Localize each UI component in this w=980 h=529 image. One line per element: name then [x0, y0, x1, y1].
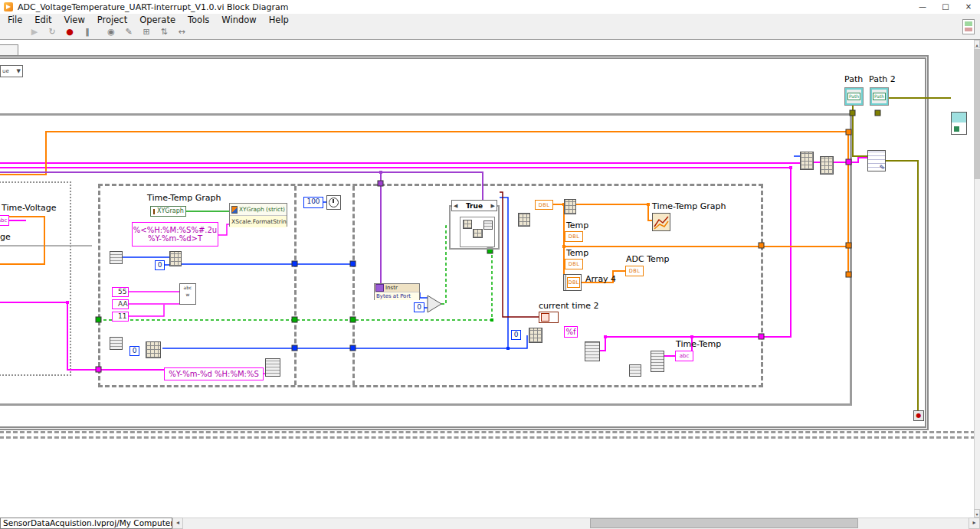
- window-title: ADC_VoltageTemperature_UART-interrupt_V1…: [18, 2, 289, 12]
- current-time-2-terminal[interactable]: [539, 312, 559, 323]
- wire-timestamp[interactable]: [500, 192, 539, 317]
- bundle-node-b[interactable]: [564, 199, 576, 214]
- clock-face: [329, 198, 339, 207]
- pause-icon[interactable]: ‖: [82, 27, 93, 38]
- bundle-node-d[interactable]: [820, 156, 834, 175]
- block-diagram-canvas[interactable]: ue ▼: [0, 40, 974, 518]
- wire-bool-selector[interactable]: [441, 226, 449, 304]
- align-objects-icon[interactable]: ⊞: [141, 27, 152, 38]
- hex-constant-55[interactable]: 55: [112, 287, 129, 297]
- time-format-constant[interactable]: %<%H:%M:%S%#.2u %Y-%m-%d>T: [132, 222, 218, 247]
- menu-view[interactable]: View: [58, 15, 91, 25]
- xygraph-reference[interactable]: XYGraph: [150, 206, 186, 217]
- adc-temp-terminal[interactable]: DBL: [625, 266, 644, 276]
- path2-control[interactable]: Path: [870, 87, 889, 106]
- wire-string-left[interactable]: [0, 302, 164, 370]
- dbl-terminal-top[interactable]: DBL: [535, 200, 553, 210]
- clipped-file-node[interactable]: [951, 112, 967, 135]
- numeric-constant-0d[interactable]: 0: [511, 330, 521, 340]
- property-item-row[interactable]: XScale.FormatString: [230, 215, 287, 227]
- menu-tools[interactable]: Tools: [182, 15, 215, 25]
- temp-terminal-1[interactable]: DBL: [565, 231, 583, 242]
- close-button[interactable]: ×: [957, 0, 980, 14]
- wait-ms-constant[interactable]: 100: [303, 197, 323, 208]
- menu-operate[interactable]: Operate: [133, 15, 182, 25]
- visa-class-row: Instr: [375, 284, 419, 292]
- property-small-icon[interactable]: [110, 251, 123, 264]
- numeric-constant-0a[interactable]: 0: [155, 260, 165, 270]
- write-text-file-icon[interactable]: ✎: [867, 150, 886, 171]
- menu-window[interactable]: Window: [215, 15, 262, 25]
- wire-string-hex[interactable]: [129, 292, 179, 316]
- temp-label-1: Temp: [566, 221, 588, 230]
- nested-icon-2[interactable]: [473, 229, 483, 238]
- project-context[interactable]: SensorDataAcquistion.lvproj/My Computer: [0, 518, 172, 529]
- index-array-icon-c[interactable]: [529, 328, 542, 343]
- bundle-node-c[interactable]: [800, 152, 814, 170]
- distribute-objects-icon[interactable]: ⇅: [159, 27, 169, 38]
- vertical-scrollbar-thumb[interactable]: [974, 49, 980, 179]
- comparison-node[interactable]: [428, 296, 441, 312]
- wire-string-format-to-property[interactable]: [218, 224, 229, 235]
- visa-write-icon[interactable]: abc w: [179, 283, 196, 305]
- run-continuous-icon[interactable]: ↻: [47, 27, 57, 38]
- scroll-right-button[interactable]: ▸: [969, 518, 980, 529]
- float-format-constant[interactable]: %f: [564, 326, 578, 338]
- string-length-icon[interactable]: [110, 337, 123, 350]
- property-class-row[interactable]: XYGraph (strict): [230, 204, 287, 215]
- wire-visa-main[interactable]: [0, 172, 483, 205]
- numeric-constant-0c[interactable]: 0: [414, 302, 424, 312]
- bundle-node-a[interactable]: [169, 251, 182, 266]
- minimize-button[interactable]: —: [911, 0, 934, 14]
- time-temp-graph-terminal[interactable]: [652, 213, 670, 231]
- visa-abc: abc: [180, 284, 195, 291]
- resize-objects-icon[interactable]: ↔: [176, 27, 187, 38]
- path-control[interactable]: Path: [844, 87, 864, 106]
- format-into-string-icon[interactable]: [585, 341, 600, 361]
- scroll-down-button[interactable]: ▾: [974, 509, 980, 518]
- wire-int-3[interactable]: [162, 335, 527, 348]
- temp-terminal-2[interactable]: DBL: [565, 259, 583, 269]
- index-array-icon-a[interactable]: [146, 341, 161, 358]
- time-temp-terminal[interactable]: abc: [675, 351, 693, 361]
- concatenate-strings-icon[interactable]: [651, 351, 664, 372]
- datetime-format-constant[interactable]: %Y-%m-%d %H:%M:%S: [164, 367, 264, 380]
- array4-terminal[interactable]: DBL: [563, 274, 582, 291]
- scroll-left-button[interactable]: ◂: [172, 518, 183, 529]
- wait-ms-icon[interactable]: [326, 195, 341, 210]
- wire-string-format-out[interactable]: [600, 337, 605, 351]
- menu-edit[interactable]: Edit: [28, 15, 57, 25]
- wire-path-2[interactable]: [878, 98, 951, 106]
- scroll-up-button[interactable]: ▴: [974, 40, 980, 48]
- edit-text-icon[interactable]: ✎: [123, 27, 134, 38]
- to-string-icon[interactable]: [629, 364, 641, 377]
- xygraph-property-node[interactable]: XYGraph (strict) XScale.FormatString: [229, 203, 287, 227]
- run-icon[interactable]: ▶: [29, 27, 40, 38]
- scan-from-string-icon[interactable]: [265, 358, 280, 377]
- wire-path-3[interactable]: [886, 161, 918, 421]
- index-array-icon-b[interactable]: [518, 213, 530, 227]
- case-prev-arrow[interactable]: ◀: [454, 203, 457, 209]
- wire-dbl-temp-chain[interactable]: [553, 204, 565, 282]
- case-next-arrow[interactable]: ▶: [491, 203, 495, 209]
- abort-icon[interactable]: ●: [64, 27, 75, 38]
- loop-condition-terminal[interactable]: ●: [913, 410, 924, 421]
- menu-project[interactable]: Project: [91, 15, 133, 25]
- menu-help[interactable]: Help: [263, 15, 295, 25]
- hex-constant-11[interactable]: 11: [112, 312, 129, 322]
- nested-icon-1[interactable]: [463, 220, 472, 229]
- hex-constant-aa[interactable]: AA: [112, 299, 129, 309]
- wire-int-4[interactable]: [500, 198, 508, 348]
- numeric-constant-0b[interactable]: 0: [129, 346, 139, 356]
- menu-file[interactable]: File: [2, 15, 28, 25]
- time-voltage-terminal[interactable]: abc: [0, 215, 9, 226]
- wire-dbl-to-graph[interactable]: [576, 204, 652, 220]
- horizontal-scrollbar-thumb[interactable]: [590, 518, 858, 528]
- bytes-at-port-property-node[interactable]: Instr Bytes at Port: [374, 283, 420, 300]
- context-help-icon[interactable]: [962, 19, 975, 34]
- highlight-execution-icon[interactable]: ◉: [106, 27, 116, 38]
- nested-icon-3[interactable]: [483, 220, 493, 230]
- bytes-at-port-row[interactable]: Bytes at Port: [375, 292, 419, 300]
- maximize-button[interactable]: □: [934, 0, 957, 14]
- case-selector[interactable]: ◀ True ▶: [451, 200, 497, 211]
